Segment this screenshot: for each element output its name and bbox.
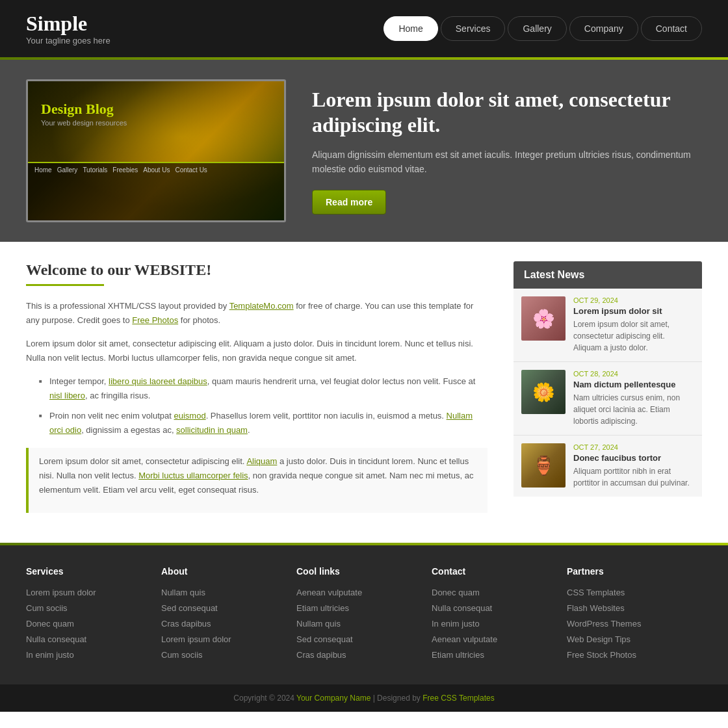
copyright-text: Copyright © 2024	[233, 694, 294, 703]
hero-text: Lorem ipsum dolor sit amet, consectetur …	[312, 87, 702, 214]
footer-contact-link-5[interactable]: Etiam ultricies	[432, 650, 484, 660]
content-heading: Welcome to our WEBSITE!	[26, 261, 488, 279]
sidebar: Latest News OCT 29, 2024 Lorem ipsum dol…	[514, 261, 702, 523]
hero-image-nav: Home Gallery Tutorials Freebies About Us…	[28, 163, 284, 177]
footer-about-heading: About	[161, 566, 283, 577]
footer-partners-link-4[interactable]: Web Design Tips	[567, 634, 630, 644]
content-body1: Lorem ipsum dolor sit amet, consectetur …	[26, 337, 488, 365]
nav-services[interactable]: Services	[441, 16, 506, 41]
news-title-1[interactable]: Lorem ipsum dolor sit	[573, 306, 694, 316]
news-content-2: OCT 28, 2024 Nam dictum pellentesque Nam…	[573, 370, 694, 427]
content-divider	[26, 284, 104, 286]
footer-coollinks-heading: Cool links	[296, 566, 419, 577]
footer-coollinks-link-4[interactable]: Sed consequat	[296, 634, 353, 644]
hero-nav-freebies[interactable]: Freebies	[112, 166, 138, 174]
footer-about-link-3[interactable]: Cras dapibus	[161, 619, 211, 629]
list-link-2[interactable]: nisl libero	[49, 391, 85, 400]
footer-contact-heading: Contact	[432, 566, 554, 577]
hero-image-bottom: Home Gallery Tutorials Freebies About Us…	[28, 162, 284, 220]
footer-partners-link-2[interactable]: Flash Websites	[567, 603, 625, 613]
footer-about-link-5[interactable]: Cum sociis	[161, 650, 203, 660]
footer-contact-link-4[interactable]: Aenean vulputate	[432, 634, 497, 644]
news-thumb-3	[521, 443, 566, 488]
footer-about-link-4[interactable]: Lorem ipsum dolor	[161, 634, 231, 644]
footer-col-partners: Partners CSS Templates Flash Websites Wo…	[567, 566, 702, 665]
hero-nav-tutorials[interactable]: Tutorials	[83, 166, 107, 174]
news-excerpt-2: Nam ultricies cursus enim, non aliquet o…	[573, 392, 694, 427]
footer-partners-heading: Partners	[567, 566, 689, 577]
designed-by-text: | Designed by	[373, 694, 423, 703]
news-item-1: OCT 29, 2024 Lorem ipsum dolor sit Lorem…	[514, 289, 702, 362]
designer-link[interactable]: Free CSS Templates	[422, 694, 495, 703]
freephotos-link[interactable]: Free Photos	[132, 315, 178, 325]
hero-nav-about[interactable]: About Us	[143, 166, 170, 174]
templatemo-link[interactable]: TemplateMo.com	[229, 301, 294, 311]
footer-contact-link-2[interactable]: Nulla consequat	[432, 603, 492, 613]
hero-nav-gallery[interactable]: Gallery	[57, 166, 78, 174]
footer-services-link-3[interactable]: Donec quam	[26, 619, 74, 629]
footer-coollinks-link-5[interactable]: Cras dapibus	[296, 650, 346, 660]
read-more-button[interactable]: Read more	[312, 190, 386, 214]
hero-nav-contact[interactable]: Contact Us	[175, 166, 207, 174]
footer-partners-link-1[interactable]: CSS Templates	[567, 588, 625, 597]
logo-area: Simple Your tagline goes here	[26, 12, 110, 46]
news-title-2[interactable]: Nam dictum pellentesque	[573, 380, 694, 389]
site-title: Simple	[26, 12, 110, 36]
footer-services-link-1[interactable]: Lorem ipsum dolor	[26, 588, 96, 597]
hero-image-title: Design Blog	[41, 101, 114, 118]
news-date-1: OCT 29, 2024	[573, 296, 694, 304]
news-content-3: OCT 27, 2024 Donec faucibus tortor Aliqu…	[573, 443, 694, 489]
footer-coollinks-link-3[interactable]: Nullam quis	[296, 619, 341, 629]
news-thumb-1	[521, 296, 566, 341]
footer-services-link-4[interactable]: Nulla consequat	[26, 634, 86, 644]
footer-about-list: Nullam quis Sed consequat Cras dapibus L…	[161, 587, 283, 660]
news-item-2: OCT 28, 2024 Nam dictum pellentesque Nam…	[514, 362, 702, 436]
footer-coollinks-link-2[interactable]: Etiam ultricies	[296, 603, 349, 613]
footer-coollinks-link-1[interactable]: Aenean vulputate	[296, 588, 362, 597]
footer-col-coollinks: Cool links Aenean vulputate Etiam ultric…	[296, 566, 432, 665]
list-link-1[interactable]: libero quis laoreet dapibus	[109, 376, 207, 386]
footer-about-link-2[interactable]: Sed consequat	[161, 603, 218, 613]
list-link-3[interactable]: euismod	[174, 411, 206, 421]
company-name-link[interactable]: Your Company Name	[296, 694, 370, 703]
hero-image-subtitle: Your web design resources	[41, 119, 127, 127]
footer-partners-link-5[interactable]: Free Stock Photos	[567, 650, 636, 660]
nav-contact[interactable]: Contact	[641, 16, 702, 41]
list-link-5[interactable]: sollicitudin in quam	[176, 425, 248, 435]
news-date-2: OCT 28, 2024	[573, 370, 694, 378]
content-intro: This is a professional XHTML/CSS layout …	[26, 299, 488, 328]
news-title-3[interactable]: Donec faucibus tortor	[573, 453, 694, 463]
footer-about-link-1[interactable]: Nullam quis	[161, 588, 205, 597]
hero-nav-home[interactable]: Home	[34, 166, 52, 174]
hero-body: Aliquam dignissim elementum est sit amet…	[312, 148, 702, 177]
news-excerpt-3: Aliquam porttitor nibh in erat porttitor…	[573, 465, 694, 489]
list-link-4[interactable]: Nullam orci odio	[49, 411, 473, 435]
footer-services-list: Lorem ipsum dolor Cum sociis Donec quam …	[26, 587, 148, 660]
hero-image: Design Blog Your web design resources Ho…	[26, 79, 286, 222]
header: Simple Your tagline goes here Home Servi…	[0, 0, 728, 57]
nav-company[interactable]: Company	[569, 16, 638, 41]
footer-columns: Services Lorem ipsum dolor Cum sociis Do…	[26, 566, 702, 665]
list-item-1: Integer tempor, libero quis laoreet dapi…	[39, 374, 488, 403]
latest-news-heading: Latest News	[514, 261, 702, 289]
content-list: Integer tempor, libero quis laoreet dapi…	[39, 374, 488, 437]
footer-contact-link-3[interactable]: In enim justo	[432, 619, 480, 629]
content-area: Welcome to our WEBSITE! This is a profes…	[26, 261, 488, 523]
site-tagline: Your tagline goes here	[26, 36, 110, 46]
news-item-3: OCT 27, 2024 Donec faucibus tortor Aliqu…	[514, 436, 702, 497]
blockquote-link-1[interactable]: Aliquam	[246, 456, 277, 466]
footer-partners-list: CSS Templates Flash Websites WordPress T…	[567, 587, 689, 660]
footer: Services Lorem ipsum dolor Cum sociis Do…	[0, 547, 728, 684]
nav-gallery[interactable]: Gallery	[508, 16, 566, 41]
footer-partners-link-3[interactable]: WordPress Themes	[567, 619, 641, 629]
footer-services-link-5[interactable]: In enim justo	[26, 650, 74, 660]
news-date-3: OCT 27, 2024	[573, 443, 694, 451]
footer-services-link-2[interactable]: Cum sociis	[26, 603, 68, 613]
blockquote-link-2[interactable]: Morbi luctus ullamcorper felis	[138, 471, 248, 480]
footer-col-services: Services Lorem ipsum dolor Cum sociis Do…	[26, 566, 161, 665]
footer-contact-link-1[interactable]: Donec quam	[432, 588, 480, 597]
blockquote-text: Lorem ipsum dolor sit amet, consectetur …	[39, 454, 477, 497]
nav-home[interactable]: Home	[384, 16, 437, 41]
news-thumb-2	[521, 370, 566, 414]
news-content-1: OCT 29, 2024 Lorem ipsum dolor sit Lorem…	[573, 296, 694, 354]
